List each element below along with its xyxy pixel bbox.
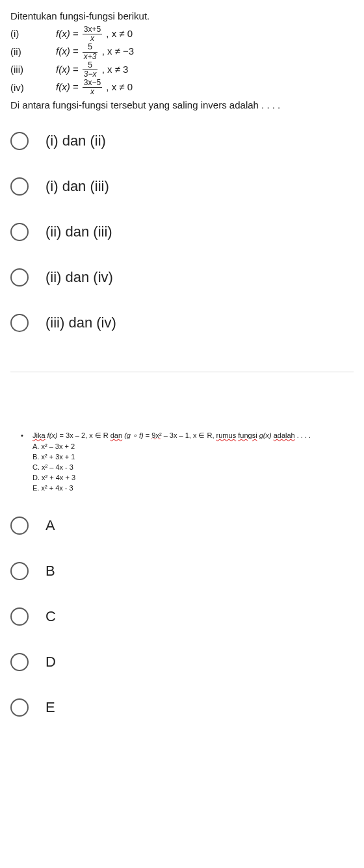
fraction-icon: 3x+5 x xyxy=(83,25,102,43)
q1-statement-i: (i) f(x) = 3x+5 x , x ≠ 0 xyxy=(10,25,354,43)
radio-icon xyxy=(10,653,29,671)
q1-intro: Ditentukan fungsi-fungsi berikut. xyxy=(10,10,354,21)
q2-option-a[interactable]: A xyxy=(10,503,354,548)
radio-icon xyxy=(10,562,29,580)
option-label: (ii) dan (iii) xyxy=(46,223,112,240)
fraction-icon: 5 3−x xyxy=(83,61,98,79)
q1-option-a[interactable]: (i) dan (ii) xyxy=(10,118,354,164)
q1-option-d[interactable]: (ii) dan (iv) xyxy=(10,255,354,300)
fraction-icon: 5 x+3 xyxy=(83,43,98,60)
radio-icon xyxy=(10,132,29,150)
option-label: D xyxy=(46,654,56,670)
question-2: • Jika f(x) = 3x – 2, x ∈ R dan (g ∘ f) … xyxy=(10,431,354,731)
q2-sub-b: B. x² + 3x + 1 xyxy=(32,452,311,463)
option-label: E xyxy=(46,699,55,716)
radio-icon xyxy=(10,698,29,717)
q2-sub-c: C. x² – 4x - 3 xyxy=(32,463,311,473)
q1-option-b[interactable]: (i) dan (iii) xyxy=(10,164,354,209)
q2-options: A B C D E xyxy=(10,503,354,730)
q2-sub-d: D. x² + 4x + 3 xyxy=(32,473,311,483)
q1-stmt-expr: f(x) = 5 x+3 , x ≠ −3 xyxy=(56,43,134,60)
q1-option-c[interactable]: (ii) dan (iii) xyxy=(10,209,354,255)
option-label: B xyxy=(46,563,55,580)
option-label: C xyxy=(46,608,56,625)
q2-sub-e: E. x² + 4x - 3 xyxy=(32,483,311,494)
q1-stmt-label: (iii) xyxy=(10,62,56,77)
q2-option-b[interactable]: B xyxy=(10,548,354,594)
q1-stmt-expr: f(x) = 3x−5 x , x ≠ 0 xyxy=(56,79,133,96)
q1-stmt-label: (iv) xyxy=(10,81,56,96)
option-label: (ii) dan (iv) xyxy=(46,269,113,286)
q1-statement-iii: (iii) f(x) = 5 3−x , x ≠ 3 xyxy=(10,61,354,79)
radio-icon xyxy=(10,607,29,626)
option-label: (iii) dan (iv) xyxy=(46,314,116,331)
radio-icon xyxy=(10,177,29,196)
q2-subanswers: A. x² – 3x + 2 B. x² + 3x + 1 C. x² – 4x… xyxy=(32,442,311,494)
q1-option-e[interactable]: (iii) dan (iv) xyxy=(10,300,354,346)
q2-option-c[interactable]: C xyxy=(10,594,354,639)
fraction-icon: 3x−5 x xyxy=(83,79,102,96)
q2-stem: • Jika f(x) = 3x – 2, x ∈ R dan (g ∘ f) … xyxy=(10,431,354,494)
question-1: Ditentukan fungsi-fungsi berikut. (i) f(… xyxy=(10,10,354,346)
radio-icon xyxy=(10,223,29,241)
q2-option-d[interactable]: D xyxy=(10,639,354,685)
radio-icon xyxy=(10,517,29,535)
q1-stmt-label: (i) xyxy=(10,27,56,42)
q1-options: (i) dan (ii) (i) dan (iii) (ii) dan (iii… xyxy=(10,118,354,346)
radio-icon xyxy=(10,314,29,332)
q1-question-text: Di antara fungsi-fungsi tersebut yang sa… xyxy=(10,99,354,110)
radio-icon xyxy=(10,268,29,287)
q1-statement-iv: (iv) f(x) = 3x−5 x , x ≠ 0 xyxy=(10,79,354,96)
bullet-icon: • xyxy=(21,431,32,441)
option-label: (i) dan (iii) xyxy=(46,178,109,195)
q2-sub-a: A. x² – 3x + 2 xyxy=(32,442,311,452)
option-label: (i) dan (ii) xyxy=(46,133,106,149)
separator xyxy=(10,372,354,372)
option-label: A xyxy=(46,517,55,534)
q1-statement-ii: (ii) f(x) = 5 x+3 , x ≠ −3 xyxy=(10,43,354,60)
q1-stmt-expr: f(x) = 3x+5 x , x ≠ 0 xyxy=(56,25,133,43)
q1-stmt-label: (ii) xyxy=(10,45,56,60)
q2-option-e[interactable]: E xyxy=(10,685,354,730)
q1-stmt-expr: f(x) = 5 3−x , x ≠ 3 xyxy=(56,61,128,79)
